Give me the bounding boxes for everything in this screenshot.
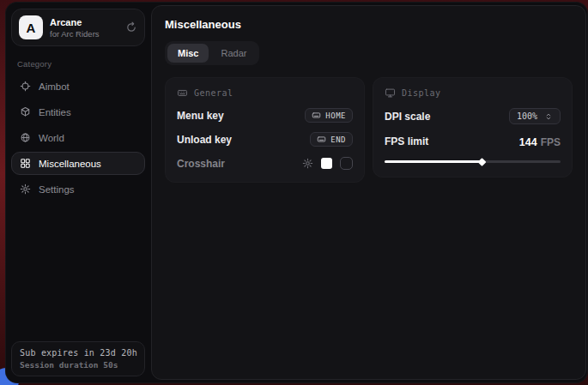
- fps-limit-label: FPS limit: [385, 135, 428, 147]
- dpi-scale-label: DPI scale: [385, 111, 430, 123]
- subscription-info-box: Sub expires in 23d 20h Session duration …: [11, 341, 145, 376]
- fps-limit-row: FPS limit 144FPS: [385, 134, 561, 149]
- crosshair-controls: [302, 157, 353, 170]
- refresh-icon[interactable]: [125, 21, 137, 33]
- monitor-icon: [385, 87, 396, 99]
- display-card-header: Display: [385, 87, 561, 99]
- sidebar-item-label: Aimbot: [39, 81, 70, 92]
- unload-key-value: END: [330, 135, 346, 144]
- crosshair-checkbox[interactable]: [340, 157, 353, 170]
- display-card-title: Display: [402, 88, 441, 98]
- sidebar-item-aimbot[interactable]: Aimbot: [11, 75, 145, 98]
- crosshair-icon: [20, 81, 31, 92]
- app-subtitle: for Arc Riders: [50, 29, 118, 39]
- general-card-title: General: [194, 88, 233, 98]
- chevrons-up-down-icon: [544, 112, 553, 121]
- general-card: General Menu key HOME Unload key: [165, 77, 365, 183]
- menu-key-button[interactable]: HOME: [305, 108, 353, 123]
- sidebar-item-label: Entities: [39, 107, 71, 117]
- app-logo: A: [19, 15, 43, 39]
- sidebar: A Arcane for Arc Riders Category: [5, 2, 151, 383]
- dpi-scale-select[interactable]: 100%: [509, 108, 561, 124]
- sidebar-item-world[interactable]: World: [11, 126, 145, 149]
- sub-expiry-text: Sub expires in 23d 20h: [20, 348, 136, 358]
- display-card: Display DPI scale 100% FPS limit: [373, 77, 573, 177]
- sidebar-item-label: Settings: [39, 184, 75, 195]
- crosshair-label: Crosshair: [177, 158, 225, 170]
- fps-limit-slider[interactable]: [385, 158, 561, 165]
- app-meta: Arcane for Arc Riders: [50, 17, 118, 39]
- grid-icon: [20, 158, 31, 169]
- dpi-scale-row: DPI scale 100%: [385, 108, 561, 124]
- session-duration-text: Session duration 50s: [20, 360, 136, 370]
- unload-key-button[interactable]: END: [310, 132, 353, 147]
- app-name: Arcane: [50, 17, 118, 27]
- tab-radar[interactable]: Radar: [210, 44, 257, 63]
- keyboard-icon: [317, 135, 326, 144]
- fps-slider-thumb[interactable]: [477, 158, 486, 166]
- sidebar-item-label: Miscellaneous: [39, 159, 101, 169]
- sidebar-nav: Aimbot Entities World: [11, 75, 145, 201]
- fps-limit-unit: FPS: [541, 136, 561, 148]
- keyboard-icon: [177, 87, 188, 99]
- tab-misc[interactable]: Misc: [167, 44, 209, 63]
- unload-key-row: Unload key END: [177, 132, 353, 147]
- crosshair-settings-gear-icon[interactable]: [302, 158, 313, 169]
- category-label: Category: [17, 59, 145, 69]
- menu-key-row: Menu key HOME: [177, 108, 353, 123]
- fps-slider-fill: [385, 160, 482, 163]
- keyboard-icon: [312, 111, 321, 120]
- page-title: Miscellaneous: [165, 18, 573, 31]
- cube-icon: [20, 106, 31, 117]
- fps-limit-value-group: 144FPS: [519, 134, 561, 149]
- crosshair-color-swatch[interactable]: [321, 158, 332, 169]
- fps-slider-track: [385, 160, 561, 163]
- globe-icon: [20, 132, 31, 143]
- app-header-card: A Arcane for Arc Riders: [11, 9, 145, 46]
- fps-limit-value: 144: [519, 136, 537, 148]
- cards-row: General Menu key HOME Unload key: [165, 77, 573, 183]
- sidebar-item-settings[interactable]: Settings: [11, 177, 145, 201]
- sidebar-item-miscellaneous[interactable]: Miscellaneous: [11, 152, 145, 175]
- unload-key-label: Unload key: [177, 134, 232, 146]
- dpi-scale-value: 100%: [517, 111, 537, 121]
- crosshair-row: Crosshair: [177, 156, 353, 171]
- menu-key-value: HOME: [325, 111, 346, 120]
- general-card-header: General: [177, 87, 353, 99]
- app-window: A Arcane for Arc Riders Category: [5, 2, 588, 383]
- sidebar-item-label: World: [39, 133, 64, 143]
- menu-key-label: Menu key: [177, 110, 224, 122]
- tab-bar: Misc Radar: [165, 41, 259, 65]
- sidebar-item-entities[interactable]: Entities: [11, 100, 145, 123]
- gear-icon: [20, 183, 31, 195]
- main-panel: Miscellaneous Misc Radar General Menu ke…: [151, 5, 586, 380]
